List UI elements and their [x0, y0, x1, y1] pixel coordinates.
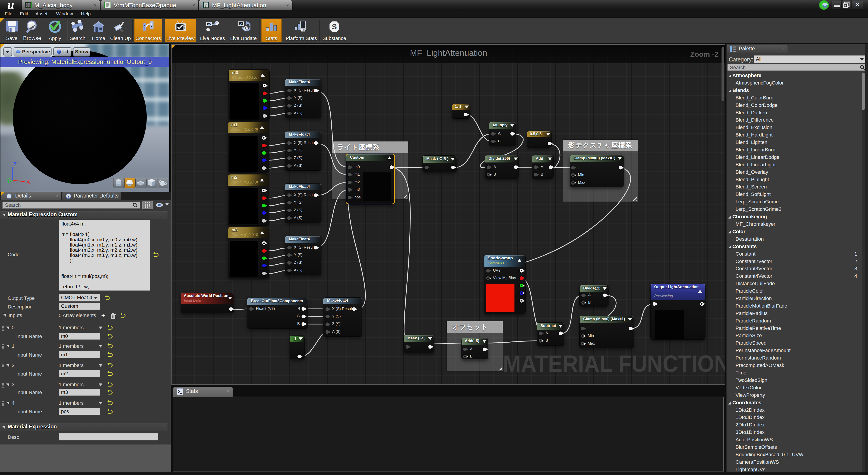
svg-text:Y: Y	[6, 177, 10, 184]
svg-text:i: i	[68, 194, 69, 198]
svg-text:S: S	[332, 23, 337, 31]
svg-text:X: X	[26, 179, 30, 185]
svg-text:i: i	[8, 194, 10, 198]
svg-text:Z: Z	[13, 162, 17, 168]
